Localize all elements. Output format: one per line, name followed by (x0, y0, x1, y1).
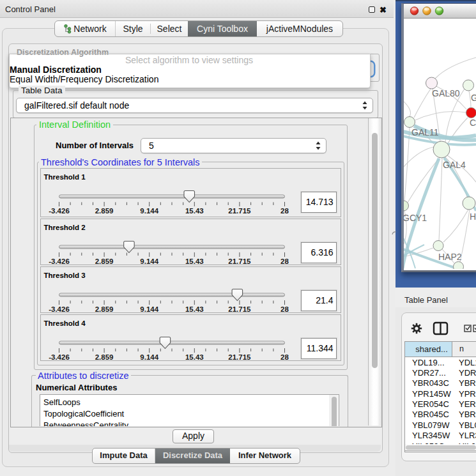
svg-text:28: 28 (280, 305, 289, 313)
svg-text:-3.426: -3.426 (49, 305, 70, 313)
svg-text:28: 28 (280, 257, 289, 265)
svg-text:15.43: 15.43 (185, 257, 203, 265)
svg-text:15.43: 15.43 (185, 305, 203, 313)
svg-text:2.859: 2.859 (95, 207, 113, 215)
svg-text:21.715: 21.715 (228, 353, 251, 361)
svg-text:21.715: 21.715 (228, 305, 251, 313)
svg-text:9.144: 9.144 (140, 207, 158, 215)
svg-text:9.144: 9.144 (140, 353, 158, 361)
svg-text:15.43: 15.43 (185, 353, 203, 361)
svg-text:-3.426: -3.426 (49, 257, 70, 265)
svg-text:-3.426: -3.426 (49, 353, 70, 361)
svg-text:9.144: 9.144 (140, 305, 158, 313)
svg-text:15.43: 15.43 (185, 207, 203, 215)
svg-text:21.715: 21.715 (228, 207, 251, 215)
svg-text:-3.426: -3.426 (49, 207, 70, 215)
svg-text:2.859: 2.859 (95, 257, 113, 265)
svg-text:2.859: 2.859 (95, 305, 113, 313)
svg-text:28: 28 (280, 207, 289, 215)
svg-text:2.859: 2.859 (95, 353, 113, 361)
svg-text:21.715: 21.715 (228, 257, 251, 265)
svg-text:28: 28 (280, 353, 289, 361)
svg-text:9.144: 9.144 (140, 257, 158, 265)
